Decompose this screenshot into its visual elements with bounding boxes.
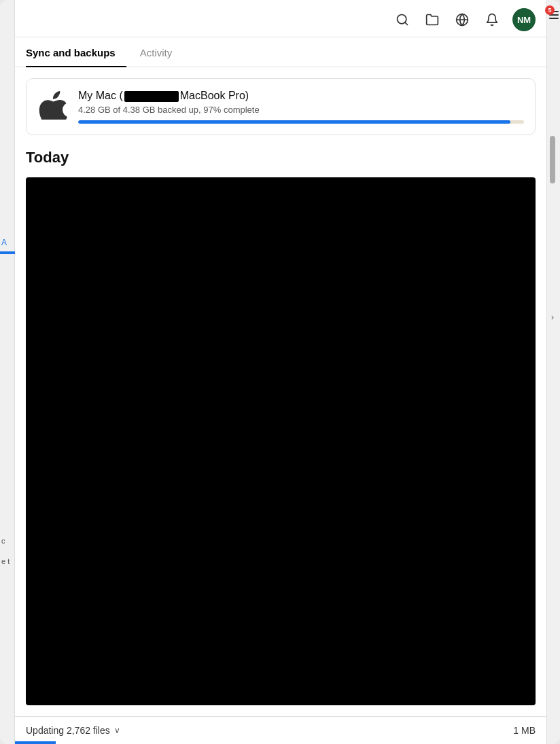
left-edge-label-t: e t <box>1 557 10 565</box>
content-area: My Mac (MacBook Pro) 4.28 GB of 4.38 GB … <box>15 67 546 716</box>
progress-bar-background <box>78 120 524 124</box>
avatar[interactable]: NM <box>512 8 536 31</box>
today-content-block <box>26 177 536 705</box>
scrollbar-thumb[interactable] <box>550 136 555 183</box>
left-edge-bar <box>0 251 15 254</box>
svg-line-1 <box>405 22 408 25</box>
progress-bar-fill <box>78 120 510 124</box>
left-sidebar-edge: A c e t <box>0 0 15 744</box>
bottom-progress-bar <box>15 741 56 744</box>
today-heading: Today <box>26 149 536 166</box>
footer-updating-label[interactable]: Updating 2,762 files ∨ <box>26 725 120 736</box>
device-status: 4.28 GB of 4.38 GB backed up, 97% comple… <box>78 105 524 115</box>
bell-icon[interactable] <box>483 10 502 29</box>
toolbar: NM <box>15 0 546 37</box>
folder-icon[interactable] <box>423 10 442 29</box>
tab-sync-and-backups[interactable]: Sync and backups <box>26 37 126 67</box>
chevron-down-icon: ∨ <box>114 726 120 735</box>
main-panel: NM Sync and backups Activity <box>15 0 546 744</box>
right-sidebar-edge: 5 › <box>546 0 560 744</box>
tab-bar: Sync and backups Activity <box>15 37 546 67</box>
globe-icon[interactable] <box>453 10 472 29</box>
footer-size-label: 1 MB <box>513 725 536 736</box>
left-edge-label-e: c <box>1 537 5 545</box>
device-info: My Mac (MacBook Pro) 4.28 GB of 4.38 GB … <box>78 90 524 124</box>
search-icon[interactable] <box>393 10 412 29</box>
tab-activity[interactable]: Activity <box>140 37 183 67</box>
device-name: My Mac (MacBook Pro) <box>78 90 524 102</box>
device-card: My Mac (MacBook Pro) 4.28 GB of 4.38 GB … <box>26 78 536 135</box>
device-name-redacted <box>124 91 179 102</box>
notification-badge: 5 <box>545 5 555 15</box>
left-edge-label-a: A <box>1 238 7 247</box>
footer: Updating 2,762 files ∨ 1 MB <box>15 716 546 744</box>
apple-logo-icon <box>37 90 67 124</box>
chevron-down-right-icon: › <box>551 313 554 322</box>
